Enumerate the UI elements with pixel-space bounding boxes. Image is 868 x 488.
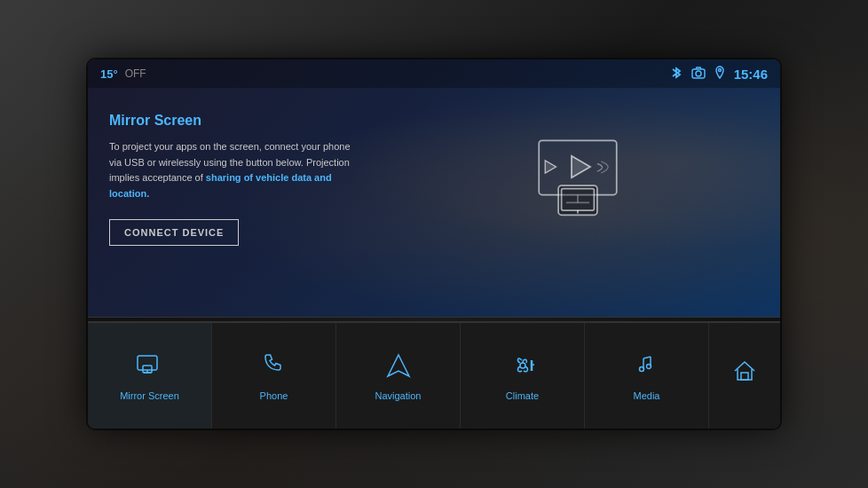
nav-label-phone: Phone — [260, 390, 288, 401]
svg-point-22 — [639, 366, 643, 371]
svg-point-2 — [718, 68, 721, 71]
nav-item-navigation[interactable]: Navigation — [336, 323, 461, 429]
nav-label-media: Media — [634, 390, 660, 401]
svg-marker-4 — [572, 156, 590, 178]
svg-point-23 — [646, 364, 651, 368]
infotainment-screen: 15° OFF — [88, 59, 780, 429]
mirror-screen-description: To project your apps on the screen, conn… — [109, 139, 358, 201]
text-section: Mirror Screen To project your apps on th… — [109, 113, 375, 246]
nav-label-navigation: Navigation — [375, 390, 422, 401]
nav-item-climate[interactable]: Climate — [461, 323, 585, 429]
climate-icon — [509, 351, 537, 383]
mirror-screen-icon — [136, 351, 164, 383]
navigation-bar: Mirror Screen Phone Navigation — [88, 322, 780, 429]
connect-device-button[interactable]: CONNECT DEVICE — [109, 219, 239, 246]
svg-marker-5 — [545, 161, 556, 173]
nav-label-climate: Climate — [506, 390, 539, 401]
svg-line-21 — [643, 357, 651, 358]
svg-rect-11 — [138, 356, 157, 370]
clock-display: 15:46 — [734, 67, 768, 82]
svg-point-1 — [696, 71, 701, 76]
status-bar: 15° OFF — [88, 59, 780, 88]
nav-item-mirror-screen[interactable]: Mirror Screen — [88, 323, 212, 429]
mirror-illustration — [375, 113, 780, 232]
nav-label-mirror-screen: Mirror Screen — [120, 390, 179, 401]
mirror-screen-title: Mirror Screen — [109, 113, 358, 129]
status-right-icons: 15:46 — [670, 66, 768, 83]
content-area: Mirror Screen To project your apps on th… — [109, 95, 780, 317]
car-dashboard: 15° OFF — [0, 0, 868, 488]
temperature-display: 15° — [100, 67, 118, 81]
mirror-screen-graphic — [516, 130, 640, 232]
phone-icon — [260, 351, 288, 383]
main-display-area: 15° OFF — [88, 59, 780, 317]
svg-point-16 — [520, 363, 525, 368]
svg-rect-24 — [741, 373, 748, 380]
home-icon — [730, 357, 759, 389]
bluetooth-icon — [670, 66, 683, 83]
svg-marker-15 — [388, 355, 409, 376]
navigation-icon — [384, 351, 413, 383]
ac-status: OFF — [125, 67, 146, 80]
nav-item-phone[interactable]: Phone — [212, 323, 336, 429]
location-icon — [714, 66, 725, 83]
media-icon — [633, 351, 661, 383]
camera-icon — [691, 67, 706, 82]
nav-item-home[interactable] — [709, 323, 780, 429]
nav-item-media[interactable]: Media — [585, 323, 709, 429]
